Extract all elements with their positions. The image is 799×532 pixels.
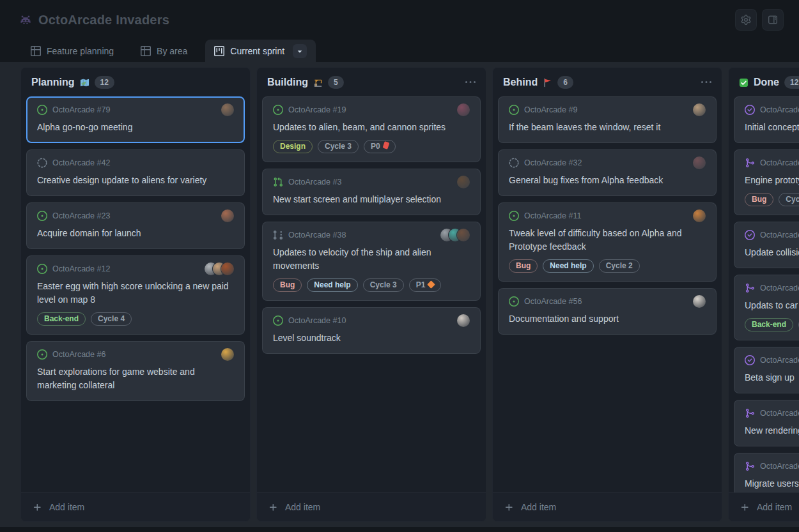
issue-open-icon xyxy=(509,211,519,221)
card-issue-id: OctoArcade #79 xyxy=(52,105,110,114)
avatar xyxy=(693,103,706,116)
card-header: OctoArcade #56 xyxy=(509,295,706,308)
tab-feature-planning[interactable]: Feature planning xyxy=(22,40,123,62)
column-cards[interactable]: OctoArcade #79Alpha go-no-go meetingOcto… xyxy=(21,95,250,492)
card[interactable]: OctoArcade #12Easter egg with high score… xyxy=(26,255,245,335)
card[interactable]: OctoArcadeInitial concept xyxy=(734,96,799,143)
card[interactable]: OctoArcadeUpdats to car movementsBack-en… xyxy=(734,275,799,340)
column-count-badge: 6 xyxy=(557,76,573,89)
tab-label: Feature planning xyxy=(47,46,114,56)
add-item-label: Add item xyxy=(285,502,320,512)
label-pill: Bug xyxy=(273,278,302,292)
column-count-badge: 12 xyxy=(95,76,114,89)
card-header: OctoArcade #42 xyxy=(37,156,234,169)
card-title: Initial concept xyxy=(745,121,799,134)
card[interactable]: OctoArcadeMigrate users settings xyxy=(734,453,799,492)
firecracker-emoji xyxy=(384,141,389,152)
card[interactable]: OctoArcade #6Start explorations for game… xyxy=(26,341,245,401)
card[interactable]: OctoArcade #56Documentation and support xyxy=(498,288,717,335)
board[interactable]: Planning12OctoArcade #79Alpha go-no-go m… xyxy=(0,62,799,527)
card-header: OctoArcade #6 xyxy=(37,348,234,361)
column-cards[interactable]: OctoArcadeInitial conceptOctoArcadeEngin… xyxy=(729,95,799,492)
card-title: Updats to car movements xyxy=(745,299,799,312)
plus-icon xyxy=(504,503,514,512)
column-footer: Add item xyxy=(493,492,722,521)
panel-toggle-button[interactable] xyxy=(762,9,784,31)
avatar xyxy=(221,262,234,275)
card[interactable]: OctoArcade #38Updates to velocity of the… xyxy=(262,222,481,301)
card-header: OctoArcade xyxy=(745,282,799,294)
issue-open-icon xyxy=(37,211,47,221)
issue-closed-icon xyxy=(745,105,755,115)
settings-button[interactable] xyxy=(735,9,757,31)
avatar-stack xyxy=(221,209,234,222)
card[interactable]: OctoArcade #19Updates to alien, beam, an… xyxy=(262,96,481,162)
issue-open-icon xyxy=(509,105,519,115)
column-cards[interactable]: OctoArcade #9If the beam leaves the wind… xyxy=(493,95,722,492)
orange-diamond-emoji xyxy=(428,280,434,291)
tab-label: By area xyxy=(157,46,187,56)
card[interactable]: OctoArcade #3New start screen and multip… xyxy=(262,169,481,215)
card-title: Tweak level of difficulty based on Alpha… xyxy=(509,227,706,254)
add-item-button[interactable]: Add item xyxy=(734,496,799,518)
card-header: OctoArcade #23 xyxy=(37,209,234,222)
card-title: Update collision detection xyxy=(745,246,799,259)
sidebar-panel-icon xyxy=(768,15,778,25)
plus-icon xyxy=(268,503,278,512)
label-pill: Cycle 3 xyxy=(363,278,404,292)
tab-options-button[interactable] xyxy=(293,44,307,58)
card-title: Beta sign up xyxy=(745,371,799,384)
tab-label: Current sprint xyxy=(230,46,284,56)
card[interactable]: OctoArcade #10Level soundtrack xyxy=(262,307,481,354)
label-pill: Cycle 4 xyxy=(91,312,132,326)
tab-current-sprint[interactable]: Current sprint xyxy=(205,40,316,62)
avatar xyxy=(221,209,234,222)
card[interactable]: OctoArcade #42Creative design update to … xyxy=(26,149,245,196)
card-issue-id: OctoArcade #32 xyxy=(524,158,582,167)
column-header: Behind6 xyxy=(493,68,722,95)
card-title: Easter egg with high score unlocking a n… xyxy=(37,280,234,307)
avatar-stack xyxy=(693,156,706,169)
card-title: New rendering engine xyxy=(745,424,799,437)
check-emoji xyxy=(739,78,749,87)
avatar xyxy=(457,176,470,188)
table-icon xyxy=(31,46,41,56)
avatar-stack xyxy=(457,314,470,327)
card[interactable]: OctoArcade #11Tweak level of difficulty … xyxy=(498,202,717,282)
pr-merged-icon xyxy=(745,461,755,471)
pr-merged-icon xyxy=(745,283,755,293)
card[interactable]: OctoArcade #79Alpha go-no-go meeting xyxy=(26,96,245,143)
plus-icon xyxy=(33,503,42,512)
card[interactable]: OctoArcade #23Acquire domain for launch xyxy=(26,202,245,249)
column-menu-button[interactable] xyxy=(465,77,476,87)
avatar-stack xyxy=(440,229,470,241)
card-issue-id: OctoArcade #9 xyxy=(524,105,577,114)
card-issue-id: OctoArcade xyxy=(760,409,799,418)
label-pill: Cycle 2 xyxy=(599,259,640,273)
card-header: OctoArcade #12 xyxy=(37,262,234,275)
tab-by-area[interactable]: By area xyxy=(132,40,196,62)
card[interactable]: OctoArcadeBeta sign up xyxy=(734,347,799,393)
card-issue-id: OctoArcade #42 xyxy=(52,158,110,167)
card-issue-id: OctoArcade #10 xyxy=(288,316,346,325)
project-board-icon xyxy=(214,46,224,56)
add-item-button[interactable]: Add item xyxy=(498,496,717,518)
card[interactable]: OctoArcade #9If the beam leaves the wind… xyxy=(498,96,717,143)
gear-icon xyxy=(741,15,751,25)
add-item-button[interactable]: Add item xyxy=(262,496,481,518)
card-header: OctoArcade xyxy=(745,407,799,420)
card[interactable]: OctoArcadeEngine prototypeBugCycle 1 xyxy=(734,149,799,215)
avatar-stack xyxy=(457,103,470,116)
add-item-button[interactable]: Add item xyxy=(26,496,245,518)
card-issue-id: OctoArcade #23 xyxy=(52,211,110,220)
issue-open-icon xyxy=(37,349,47,360)
column-menu-button[interactable] xyxy=(701,77,711,87)
column-cards[interactable]: OctoArcade #19Updates to alien, beam, an… xyxy=(257,95,486,492)
draft-issue-icon xyxy=(509,158,519,168)
card-header: OctoArcade xyxy=(745,460,799,473)
card-title: Updates to alien, beam, and cannon sprit… xyxy=(273,121,470,134)
avatar-stack xyxy=(221,103,234,116)
card[interactable]: OctoArcade #32General bug fixes from Alp… xyxy=(498,149,717,196)
card[interactable]: OctoArcadeUpdate collision detection xyxy=(734,222,799,268)
card[interactable]: OctoArcadeNew rendering engine xyxy=(734,400,799,446)
